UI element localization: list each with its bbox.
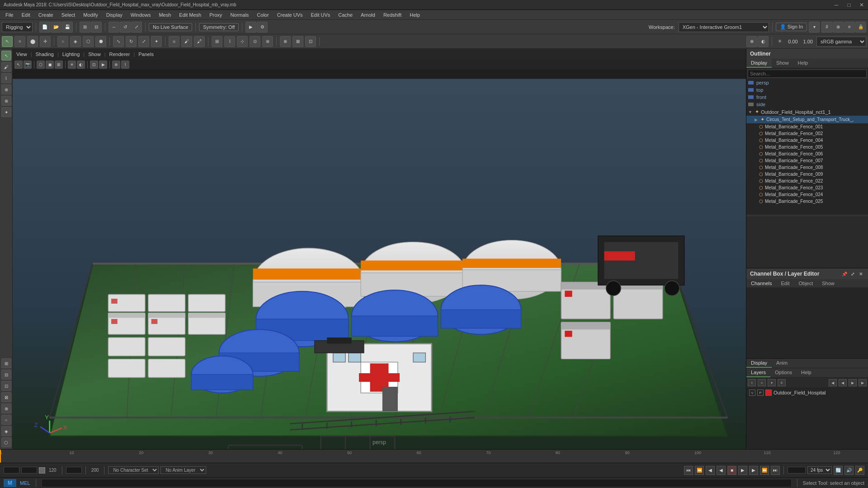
- select-all-icon[interactable]: ⊟: [91, 22, 102, 33]
- menu-display[interactable]: Display: [103, 11, 126, 19]
- timeline-playhead[interactable]: [0, 450, 1, 463]
- menu-redshift[interactable]: Redshift: [380, 11, 405, 19]
- loop-btn[interactable]: 🔄: [834, 466, 843, 475]
- menu-windows[interactable]: Windows: [127, 11, 155, 19]
- menu-cache[interactable]: Cache: [335, 11, 356, 19]
- vp-anim-icon[interactable]: ⌇: [121, 61, 129, 69]
- vp-wireframe-icon[interactable]: ⬡: [37, 61, 45, 69]
- channel-box-close-icon[interactable]: ✕: [857, 270, 864, 277]
- workspace-dropdown[interactable]: XGen - Interactive Groom1: [679, 22, 769, 32]
- exposure-icon[interactable]: ⊕: [746, 36, 757, 47]
- layer-left-arrow[interactable]: ◀: [829, 379, 837, 386]
- prev-key-btn[interactable]: ◀: [706, 466, 715, 475]
- layer-visibility-toggle[interactable]: V: [749, 389, 755, 396]
- outliner-item-circus-tent[interactable]: ▶ ✦ Circus_Tent_Setup_and_Transport_Truc…: [746, 116, 868, 123]
- menu-edit[interactable]: Edit: [18, 11, 34, 19]
- snap-grid-icon[interactable]: ⊞: [212, 36, 222, 47]
- layer-delete-icon[interactable]: ×: [758, 379, 766, 386]
- layer-prev-icon[interactable]: ◀: [839, 379, 847, 386]
- sign-in-arrow-icon[interactable]: ▾: [809, 22, 820, 33]
- cb-tab-show[interactable]: Show: [817, 279, 839, 287]
- blend-shape-tool[interactable]: ◈: [1, 426, 11, 436]
- menu-normals[interactable]: Normals: [226, 11, 252, 19]
- layer-color-swatch[interactable]: [765, 389, 772, 396]
- menu-help[interactable]: Help: [406, 11, 424, 19]
- soft-select-icon[interactable]: ⌾: [169, 36, 179, 47]
- paint-select-icon[interactable]: ⬤: [27, 36, 38, 47]
- paint-weights-icon[interactable]: 🖍: [194, 36, 205, 47]
- settings-icon[interactable]: ≡: [844, 22, 855, 33]
- rigging-dropdown[interactable]: Rigging: [2, 22, 33, 32]
- curve-tool[interactable]: ⌇: [1, 73, 11, 83]
- xgen-tool[interactable]: ⊞: [1, 358, 11, 368]
- maximize-button[interactable]: □: [843, 0, 855, 10]
- groom-tool[interactable]: ⊟: [1, 370, 11, 380]
- outliner-item-fence-005[interactable]: ⬡ Metal_Barricade_Fence_005: [746, 144, 868, 150]
- start-frame-input[interactable]: 1: [4, 467, 19, 474]
- outliner-search-input[interactable]: [748, 70, 867, 78]
- layer-next-icon[interactable]: ▶: [849, 379, 857, 386]
- lasso-tool-icon[interactable]: ⌗: [14, 36, 25, 47]
- paint-tool[interactable]: 🖌: [1, 62, 11, 72]
- menu-edit-mesh[interactable]: Edit Mesh: [175, 11, 205, 19]
- layer-options-icon[interactable]: ▾: [768, 379, 776, 386]
- vp-menu-panels[interactable]: Panels: [138, 52, 154, 57]
- vp-texture-icon[interactable]: ⊞: [55, 61, 63, 69]
- rotate-tool-icon[interactable]: ↻: [126, 36, 137, 47]
- outliner-item-fence-009[interactable]: ⬡ Metal_Barricade_Fence_009: [746, 171, 868, 178]
- menu-file[interactable]: File: [2, 11, 17, 19]
- menu-color[interactable]: Color: [253, 11, 272, 19]
- vp-smooth-icon[interactable]: ◼: [46, 61, 54, 69]
- outliner-item-fence-004[interactable]: ⬡ Metal_Barricade_Fence_004: [746, 137, 868, 144]
- dp-subtab-help[interactable]: Help: [797, 368, 816, 377]
- snap-icon[interactable]: ⊕: [833, 22, 844, 33]
- outliner-tab-display[interactable]: Display: [746, 59, 772, 68]
- layer-sort-icon[interactable]: ≡: [778, 379, 786, 386]
- sign-in-button[interactable]: 👤 Sign In: [776, 23, 807, 31]
- outliner-tree[interactable]: persp top front side: [746, 79, 868, 215]
- vp-camera-icon[interactable]: 📷: [24, 61, 32, 69]
- grid-icon[interactable]: #: [821, 22, 832, 33]
- paint-skin-tool[interactable]: ⊡: [1, 381, 11, 391]
- go-to-start-btn[interactable]: ⏮: [684, 466, 693, 475]
- move-icon[interactable]: ↔: [108, 22, 119, 33]
- cluster-icon[interactable]: ⊡: [305, 36, 316, 47]
- keyframe-btn[interactable]: 🔑: [855, 466, 864, 475]
- snap-curve-icon[interactable]: ⌇: [224, 36, 235, 47]
- layer-right-arrow[interactable]: ▶: [859, 379, 867, 386]
- select-hierarchy-icon[interactable]: ⊞: [80, 22, 90, 33]
- outliner-item-fence-006[interactable]: ⬡ Metal_Barricade_Fence_006: [746, 150, 868, 157]
- open-icon[interactable]: 📂: [51, 22, 61, 33]
- fps-dropdown[interactable]: 24 fps: [807, 466, 832, 474]
- cb-tab-channels[interactable]: Channels: [746, 279, 776, 287]
- viewport[interactable]: View | Shading | Lighting | Show | Rende…: [13, 49, 746, 449]
- timeline[interactable]: 1 10 20 30 40 50 60 70 80 90 100 110 120: [0, 449, 868, 463]
- history-icon[interactable]: ⊗: [280, 36, 291, 47]
- outliner-item-persp[interactable]: persp: [746, 79, 868, 86]
- next-key-btn[interactable]: ▶: [749, 466, 758, 475]
- outliner-item-fence-001[interactable]: ⬡ Metal_Barricade_Fence_001: [746, 123, 868, 130]
- minimize-button[interactable]: ─: [830, 0, 843, 10]
- vp-menu-lighting[interactable]: Lighting: [62, 52, 80, 57]
- object-mode-icon[interactable]: ○: [57, 36, 68, 47]
- rotate-icon[interactable]: ↺: [120, 22, 131, 33]
- no-anim-layer-dropdown[interactable]: No Anim Layer: [160, 466, 206, 474]
- go-to-end-btn[interactable]: ⏭: [771, 466, 780, 475]
- lock-icon[interactable]: 🔒: [855, 22, 866, 33]
- layer-row-hospital[interactable]: V P Outdoor_Field_Hospital: [746, 388, 868, 397]
- render-icon[interactable]: ▶: [245, 22, 256, 33]
- vp-gpu-icon[interactable]: ▶: [99, 61, 107, 69]
- dp-subtab-options[interactable]: Options: [770, 368, 797, 377]
- no-character-set-dropdown[interactable]: No Character Set: [108, 466, 159, 474]
- channel-box-pin-icon[interactable]: 📌: [841, 270, 848, 277]
- human-ik-tool[interactable]: ⊗: [1, 404, 11, 413]
- outliner-item-fence-025[interactable]: ⬡ Metal_Barricade_Fence_025: [746, 198, 868, 205]
- move-tool-icon[interactable]: ⤡: [113, 36, 124, 47]
- mel-input[interactable]: [42, 479, 792, 487]
- cluster-tool[interactable]: ✦: [1, 107, 11, 117]
- scale-tool-icon[interactable]: ⤢: [138, 36, 149, 47]
- outliner-item-fence-024[interactable]: ⬡ Metal_Barricade_Fence_024: [746, 191, 868, 198]
- outliner-item-fence-007[interactable]: ⬡ Metal_Barricade_Fence_007: [746, 157, 868, 164]
- ik-handle-tool[interactable]: ⊗: [1, 96, 11, 106]
- universal-tool-icon[interactable]: ✦: [151, 36, 162, 47]
